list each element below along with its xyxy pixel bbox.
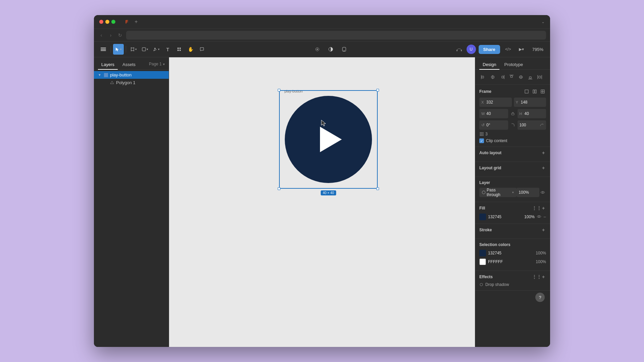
- address-bar: ‹ › ↻: [94, 28, 550, 41]
- pen-tool-button[interactable]: ▾: [151, 44, 162, 55]
- auto-layout-add-button[interactable]: +: [541, 150, 546, 156]
- toolbar-right: U Share </> ▶▾ 795%: [454, 44, 546, 55]
- lock-ratio-button[interactable]: [510, 112, 516, 116]
- figma-toolbar: ▾ ▾ ▾: [94, 41, 550, 57]
- clip-content-checkbox[interactable]: ✓: [479, 138, 484, 143]
- text-tool-button[interactable]: T: [162, 44, 173, 55]
- layer-label-play-button: play-button: [110, 72, 131, 77]
- svg-point-50: [481, 132, 482, 133]
- svg-rect-2: [101, 50, 106, 51]
- hamburger-icon: [101, 47, 106, 52]
- design-tab[interactable]: Design: [479, 60, 499, 70]
- frame-type-single-button[interactable]: [523, 88, 530, 95]
- corner-radius-field[interactable]: 100: [518, 120, 546, 130]
- avatar-headphones: [454, 45, 464, 54]
- comment-tool-button[interactable]: [197, 44, 207, 55]
- corner-radius-lock[interactable]: [539, 123, 544, 127]
- frame-tool-button[interactable]: ▾: [128, 44, 139, 55]
- stroke-add-button[interactable]: +: [541, 227, 546, 233]
- svg-marker-3: [116, 48, 119, 51]
- align-top-button[interactable]: [507, 73, 516, 81]
- fill-add-button[interactable]: +: [541, 205, 546, 211]
- h-field[interactable]: H 40: [518, 109, 546, 118]
- new-tab-button[interactable]: +: [133, 18, 140, 25]
- layer-item-play-button[interactable]: ▼ play-button: [94, 71, 169, 79]
- sel-color-swatch-1[interactable]: [479, 250, 486, 256]
- share-button[interactable]: Share: [479, 45, 500, 54]
- present-button[interactable]: ▶▾: [516, 44, 527, 55]
- y-field[interactable]: Y 148: [514, 98, 546, 107]
- align-left-button[interactable]: [479, 73, 487, 81]
- distribute-button[interactable]: [536, 73, 544, 81]
- resize-handle-br[interactable]: [376, 187, 379, 190]
- theme-icon: [328, 47, 333, 52]
- browser-window: F + ⌄ ‹ › ↻ ▾: [94, 15, 550, 347]
- align-center-h-button[interactable]: [489, 73, 497, 81]
- blend-mode-select[interactable]: Pass through ▾: [479, 188, 517, 197]
- page-selector[interactable]: Page 1: [149, 62, 162, 66]
- grid-dots-container: 3: [479, 132, 488, 136]
- shape-tool-button[interactable]: ▾: [140, 44, 150, 55]
- components-icon: [177, 47, 181, 52]
- layout-grid-add-button[interactable]: +: [541, 165, 546, 171]
- main-menu-button[interactable]: [98, 44, 109, 55]
- h-label: H: [520, 112, 524, 116]
- w-field[interactable]: W 40: [479, 109, 508, 118]
- code-view-button[interactable]: </>: [503, 44, 514, 55]
- fill-color-swatch[interactable]: [479, 214, 486, 220]
- layer-section-title: Layer: [479, 180, 546, 185]
- comment-icon: [200, 47, 204, 52]
- svg-rect-4: [131, 48, 134, 51]
- help-button[interactable]: ?: [535, 293, 545, 302]
- prototype-tab[interactable]: Prototype: [501, 60, 526, 70]
- device-button[interactable]: [339, 44, 350, 55]
- fill-label: Fill: [479, 206, 485, 210]
- opacity-field[interactable]: 100%: [517, 188, 539, 197]
- align-right-button[interactable]: [498, 73, 506, 81]
- assets-tab[interactable]: Assets: [119, 60, 139, 70]
- visibility-button[interactable]: [539, 189, 546, 196]
- components-tool-button[interactable]: [174, 44, 184, 55]
- x-field[interactable]: X 332: [479, 98, 512, 107]
- frame-type-auto-button[interactable]: [531, 88, 538, 95]
- svg-rect-0: [101, 48, 106, 48]
- url-bar[interactable]: [126, 31, 546, 40]
- sel-color-swatch-2[interactable]: [479, 258, 486, 265]
- collapse-icon[interactable]: ⌄: [541, 19, 545, 24]
- inspect-button[interactable]: [312, 44, 323, 55]
- theme-button[interactable]: [325, 44, 336, 55]
- fill-reorder-button[interactable]: ⋮⋮: [534, 205, 539, 211]
- right-panel: Design Prototype: [475, 57, 550, 347]
- clip-content-row: ✓ Clip content: [479, 138, 546, 143]
- y-value: 148: [521, 100, 544, 105]
- maximize-button[interactable]: [111, 20, 115, 24]
- effects-add-button[interactable]: +: [541, 274, 546, 280]
- zoom-indicator[interactable]: 795%: [530, 46, 546, 53]
- svg-rect-11: [177, 48, 179, 49]
- fill-opacity-value: 100%: [523, 215, 535, 219]
- layer-item-polygon[interactable]: ▶ Polygon 1: [94, 79, 169, 86]
- layer-section: Layer Pass through ▾ 100%: [475, 177, 550, 202]
- rotation-field[interactable]: ↺ 0°: [479, 120, 508, 130]
- frame-type-grid-button[interactable]: [539, 88, 546, 95]
- fill-visibility-button[interactable]: [537, 215, 541, 219]
- effects-reorder-button[interactable]: ⋮⋮: [534, 274, 539, 280]
- fill-remove-button[interactable]: −: [543, 214, 546, 220]
- forward-button[interactable]: ›: [107, 32, 114, 39]
- back-button[interactable]: ‹: [98, 32, 105, 39]
- effect-visibility-icon[interactable]: [479, 283, 483, 287]
- refresh-button[interactable]: ↻: [117, 32, 123, 39]
- close-button[interactable]: [99, 20, 103, 24]
- align-bottom-button[interactable]: [526, 73, 534, 81]
- tab-bar: F +: [123, 18, 537, 25]
- hand-tool-button[interactable]: ✋: [185, 44, 196, 55]
- svg-rect-25: [106, 75, 108, 77]
- sel-color-opacity-2: 100%: [536, 259, 546, 264]
- align-middle-v-button[interactable]: [517, 73, 525, 81]
- canvas-area[interactable]: play-button 40 × 40: [169, 57, 475, 347]
- minimize-button[interactable]: [105, 20, 109, 24]
- pen-icon: [153, 47, 158, 52]
- move-tool-button[interactable]: ▾: [113, 44, 124, 55]
- layers-tab[interactable]: Layers: [98, 60, 118, 70]
- x-label: X: [481, 100, 485, 104]
